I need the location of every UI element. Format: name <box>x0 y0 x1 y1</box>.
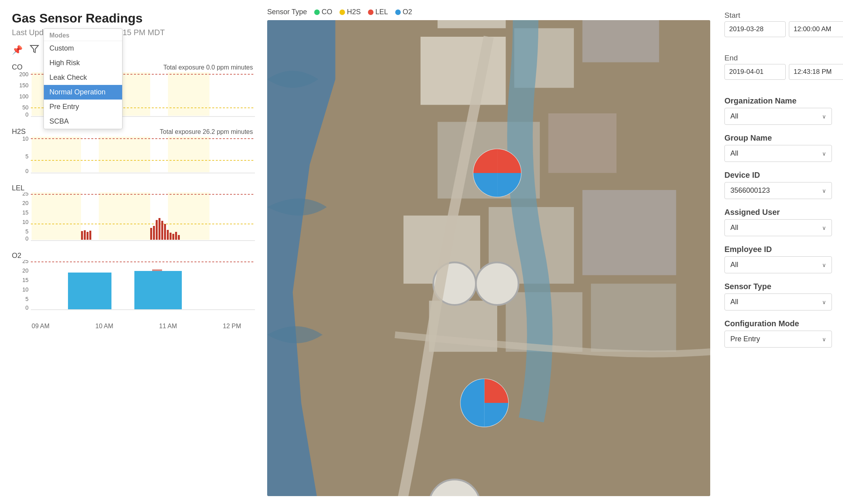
svg-rect-3 <box>168 72 209 116</box>
svg-text:0: 0 <box>25 305 28 311</box>
co-label: CO <box>12 63 23 71</box>
svg-rect-34 <box>87 232 89 240</box>
svg-rect-12 <box>32 137 81 172</box>
start-time-input[interactable] <box>789 21 843 37</box>
map-svg <box>267 20 710 496</box>
left-panel: Gas Sensor Readings Last Updated: 26/03/… <box>0 0 261 504</box>
svg-rect-37 <box>153 226 155 240</box>
svg-rect-14 <box>168 137 209 172</box>
org-name-section: Organization Name All ∨ <box>724 96 832 125</box>
config-mode-select[interactable]: Pre Entry ∨ <box>724 331 832 348</box>
svg-rect-45 <box>175 232 177 240</box>
legend-h2s: H2S <box>339 8 361 16</box>
h2s-dot <box>339 9 345 15</box>
employee-id-value: All <box>730 261 738 269</box>
lel-legend-label: LEL <box>375 8 388 16</box>
config-mode-section: Configuration Mode Pre Entry ∨ <box>724 319 832 348</box>
svg-rect-32 <box>81 231 83 240</box>
modes-item-highrisk[interactable]: High Risk <box>44 56 122 70</box>
device-id-arrow: ∨ <box>822 188 826 194</box>
lel-dot <box>368 9 373 15</box>
lel-chart-container: LEL 25 20 15 10 5 0 <box>12 184 253 248</box>
legend-co: CO <box>314 8 332 16</box>
sensor-type-section: Sensor Type All ∨ <box>724 282 832 310</box>
svg-text:15: 15 <box>22 277 28 283</box>
map-container[interactable] <box>267 20 710 496</box>
svg-rect-61 <box>438 20 505 28</box>
device-id-label: Device ID <box>724 171 832 180</box>
svg-text:0: 0 <box>25 111 28 118</box>
svg-rect-38 <box>156 220 158 240</box>
start-datetime-row <box>724 21 832 37</box>
svg-rect-40 <box>161 221 163 240</box>
config-mode-value: Pre Entry <box>730 335 760 343</box>
employee-id-label: Employee ID <box>724 245 832 254</box>
map-panel: Sensor Type CO H2S LEL O2 <box>261 0 717 504</box>
h2s-label: H2S <box>12 128 26 136</box>
modes-header: Modes <box>44 29 122 41</box>
x-label-09am: 09 AM <box>32 323 49 330</box>
svg-rect-65 <box>583 20 659 62</box>
h2s-chart: 10 5 0 <box>12 137 255 180</box>
svg-rect-70 <box>583 190 676 275</box>
filter-icon[interactable] <box>30 44 39 56</box>
sensor-legend: Sensor Type CO H2S LEL O2 <box>267 8 710 16</box>
svg-rect-36 <box>150 228 152 240</box>
group-name-arrow: ∨ <box>822 150 826 157</box>
svg-text:25: 25 <box>22 260 28 264</box>
co-dot <box>314 9 320 15</box>
svg-rect-21 <box>32 192 81 240</box>
assigned-user-value: All <box>730 224 738 232</box>
end-date-input[interactable] <box>724 64 786 80</box>
svg-rect-55 <box>68 273 111 309</box>
employee-id-select[interactable]: All ∨ <box>724 256 832 273</box>
svg-rect-39 <box>158 218 160 240</box>
sensor-type-text: Sensor Type <box>267 8 307 16</box>
x-axis-labels: 09 AM 10 AM 11 AM 12 PM <box>12 321 253 330</box>
modes-item-custom[interactable]: Custom <box>44 41 122 56</box>
config-mode-label: Configuration Mode <box>724 319 832 328</box>
svg-rect-57 <box>152 269 162 271</box>
svg-rect-41 <box>164 224 166 240</box>
modes-item-normalop[interactable]: Normal Operation <box>44 85 122 100</box>
sensor-type-select[interactable]: All ∨ <box>724 293 832 310</box>
end-datetime-row <box>724 64 832 80</box>
employee-id-arrow: ∨ <box>822 262 826 268</box>
sensor-type-label: Sensor Type <box>724 282 832 291</box>
svg-text:5: 5 <box>25 153 28 160</box>
svg-text:200: 200 <box>19 72 29 77</box>
config-mode-arrow: ∨ <box>822 336 826 342</box>
modes-item-leakcheck[interactable]: Leak Check <box>44 70 122 85</box>
co-exposure: Total exposure 0.0 ppm minutes <box>163 64 253 71</box>
modes-item-scba[interactable]: SCBA <box>44 114 122 129</box>
assigned-user-section: Assigned User All ∨ <box>724 208 832 236</box>
start-label: Start <box>724 11 832 20</box>
svg-rect-23 <box>168 192 209 240</box>
assigned-user-select[interactable]: All ∨ <box>724 219 832 236</box>
o2-chart-container: O2 25 20 15 10 5 0 <box>12 252 253 317</box>
sensor-type-value: All <box>730 298 738 306</box>
pin-icon[interactable]: 📌 <box>12 45 23 55</box>
device-id-select[interactable]: 3566000123 ∨ <box>724 182 832 199</box>
svg-point-75 <box>476 262 519 305</box>
lel-label: LEL <box>12 184 25 192</box>
svg-rect-35 <box>89 231 91 240</box>
start-date-input[interactable] <box>724 21 786 37</box>
page-title: Gas Sensor Readings <box>12 11 253 26</box>
org-name-value: All <box>730 112 738 120</box>
modes-item-preentry[interactable]: Pre Entry <box>44 100 122 114</box>
end-time-input[interactable] <box>789 64 843 80</box>
svg-rect-67 <box>548 113 616 173</box>
modes-dropdown[interactable]: Modes Custom High Risk Leak Check Normal… <box>43 28 123 129</box>
co-legend-label: CO <box>322 8 332 16</box>
assigned-user-label: Assigned User <box>724 208 832 217</box>
org-name-select[interactable]: All ∨ <box>724 108 832 125</box>
group-name-select[interactable]: All ∨ <box>724 145 832 162</box>
svg-text:50: 50 <box>22 104 28 111</box>
legend-o2: O2 <box>395 8 412 16</box>
h2s-exposure: Total exposure 26.2 ppm minutes <box>160 128 253 135</box>
svg-text:100: 100 <box>19 93 29 100</box>
svg-marker-0 <box>30 45 38 53</box>
svg-text:5: 5 <box>25 228 28 235</box>
svg-text:10: 10 <box>22 286 28 293</box>
